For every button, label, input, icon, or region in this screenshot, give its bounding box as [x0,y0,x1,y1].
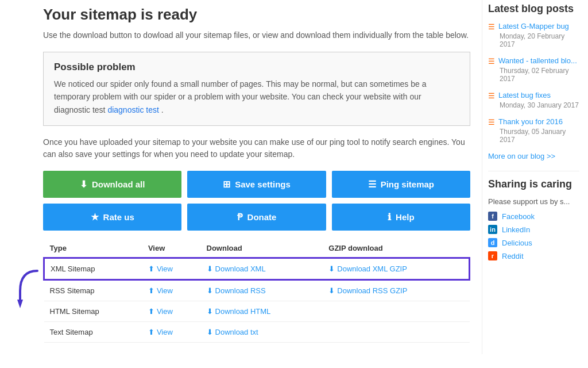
ping-icon: ☰ [368,179,376,190]
rss-gzip-link[interactable]: ⬇Download RSS GZIP [328,286,407,295]
blog-post-1-link[interactable]: ☰ Latest G-Mapper bug [488,22,579,31]
text-type: Text Sitemap [44,322,142,343]
blog-post-2: ☰ Wanted - tallented blo... Thursday, 02… [488,56,579,83]
facebook-link[interactable]: f Facebook [488,212,579,221]
blog-post-4: ☰ Thank you for 2016 Thursday, 05 Januar… [488,117,579,144]
xml-view-link[interactable]: ⬆View [148,264,173,273]
rss-type: RSS Sitemap [44,280,142,301]
arrow-indicator [17,268,46,310]
table-row-xml: XML Sitemap ⬆View ⬇Download XML ⬇Downloa… [44,258,470,280]
reddit-icon: r [488,251,497,260]
xml-type: XML Sitemap [44,258,142,280]
sitemap-table-container: Type View Download GZIP download XML Sit… [43,239,470,343]
button-row-2: ★ Rate us Ᵽ Donate ℹ Help [43,204,470,231]
button-row-1: ⬇ Download all ⊞ Save settings ☰ Ping si… [43,171,470,198]
rss-icon-3: ☰ [488,91,495,100]
table-row-text: Text Sitemap ⬆View ⬇Download txt [44,322,470,343]
warning-title: Possible problem [54,62,459,73]
warning-box: Possible problem We noticed our spider o… [43,52,470,126]
blog-post-3-link[interactable]: ☰ Latest bug fixes [488,91,579,100]
rss-download-link[interactable]: ⬇Download RSS [207,286,266,295]
rss-icon-1: ☰ [488,22,495,31]
rss-icon-2: ☰ [488,57,495,66]
blog-post-2-link[interactable]: ☰ Wanted - tallented blo... [488,56,579,66]
svg-marker-0 [17,300,23,308]
blog-post-1-date: Monday, 20 February 2017 [488,32,579,48]
star-icon: ★ [91,212,99,223]
save-icon: ⊞ [223,179,230,190]
delicious-link[interactable]: d Delicious [488,238,579,247]
table-row-rss: RSS Sitemap ⬆View ⬇Download RSS ⬇Downloa… [44,280,470,301]
sharing-text: Please support us by s... [488,197,579,206]
download-all-button[interactable]: ⬇ Download all [43,171,181,198]
donate-icon: Ᵽ [237,212,243,223]
download-icon: ⬇ [80,179,87,190]
blog-post-3-date: Monday, 30 January 2017 [488,101,579,109]
rss-icon-4: ☰ [488,118,495,126]
save-settings-button[interactable]: ⊞ Save settings [187,171,326,198]
sidebar: Latest blog posts ☰ Latest G-Mapper bug … [482,0,588,354]
ping-sitemap-button[interactable]: ☰ Ping sitemap [332,171,470,198]
sitemap-table: Type View Download GZIP download XML Sit… [43,239,470,343]
xml-download-link[interactable]: ⬇Download XML [207,264,266,273]
col-download: Download [201,239,323,258]
linkedin-link[interactable]: in LinkedIn [488,225,579,234]
help-icon: ℹ [388,212,391,223]
col-gzip: GZIP download [323,239,469,258]
text-download-link[interactable]: ⬇Download txt [207,328,258,336]
diagnostic-test-link[interactable]: diagnostic test [107,105,159,114]
col-view: View [142,239,201,258]
delicious-icon: d [488,238,497,247]
text-view-link[interactable]: ⬆View [148,328,173,336]
col-type: Type [44,239,142,258]
reddit-link[interactable]: r Reddit [488,251,579,260]
page-title: Your sitemap is ready [43,6,470,24]
blog-post-3: ☰ Latest bug fixes Monday, 30 January 20… [488,91,579,109]
sharing-title: Sharing is caring [488,178,579,190]
ping-text: Once you have uploaded your sitemap to y… [43,136,470,160]
help-button[interactable]: ℹ Help [332,204,470,231]
more-blog-link[interactable]: More on our blog >> [488,152,579,160]
blog-posts-title: Latest blog posts [488,3,579,15]
blog-post-1: ☰ Latest G-Mapper bug Monday, 20 Februar… [488,22,579,48]
blog-post-4-date: Thursday, 05 January 2017 [488,128,579,144]
xml-gzip-link[interactable]: ⬇Download XML GZIP [328,264,407,273]
intro-text: Use the download button to dowload all y… [43,29,470,41]
blog-post-4-link[interactable]: ☰ Thank you for 2016 [488,117,579,126]
rss-view-link[interactable]: ⬆View [148,286,173,295]
facebook-icon: f [488,212,497,221]
text-gzip-empty [323,322,469,343]
html-download-link[interactable]: ⬇Download HTML [207,307,271,316]
sharing-section: Sharing is caring Please support us by s… [488,171,579,260]
donate-button[interactable]: Ᵽ Donate [187,204,326,231]
linkedin-icon: in [488,225,497,234]
html-gzip-empty [323,301,469,322]
warning-text: We noticed our spider only found a small… [54,78,459,116]
rate-us-button[interactable]: ★ Rate us [43,204,181,231]
table-row-html: HTML Sitemap ⬆View ⬇Download HTML [44,301,470,322]
html-view-link[interactable]: ⬆View [148,307,173,316]
blog-post-2-date: Thursday, 02 February 2017 [488,67,579,83]
html-type: HTML Sitemap [44,301,142,322]
